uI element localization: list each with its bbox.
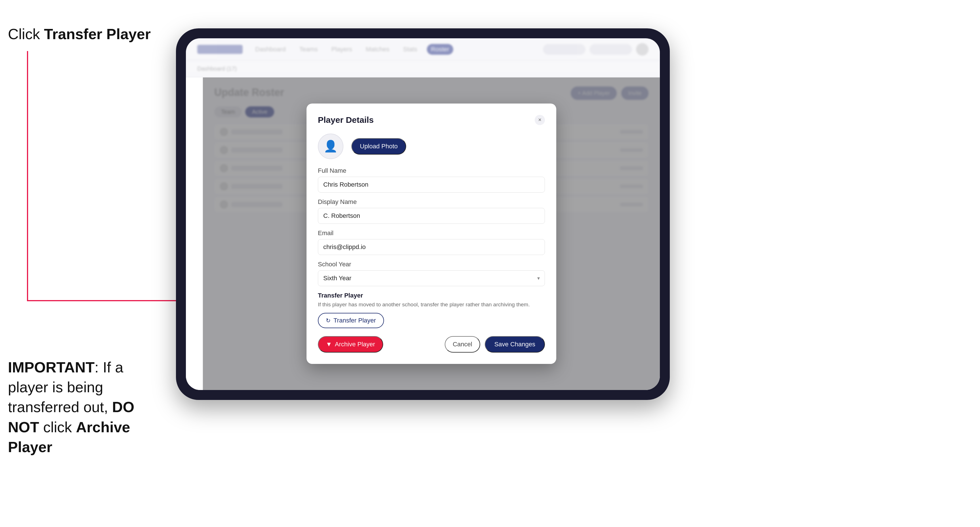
header-btn-2 — [589, 44, 632, 55]
instruction-bold: Transfer Player — [44, 26, 151, 42]
avatar-placeholder: 👤 — [318, 133, 344, 159]
school-year-select[interactable]: First Year Second Year Third Year Fourth… — [318, 270, 545, 286]
transfer-player-button[interactable]: ↻ Transfer Player — [318, 313, 384, 328]
tablet-device: Dashboard Teams Players Matches Stats Ro… — [176, 29, 670, 400]
school-year-select-wrapper: First Year Second Year Third Year Fourth… — [318, 270, 545, 286]
close-icon: × — [538, 117, 541, 123]
email-group: Email — [318, 229, 545, 255]
nav-dashboard: Dashboard — [251, 44, 290, 55]
archive-player-button[interactable]: ▼ Archive Player — [318, 336, 383, 352]
app-main: Update Roster Team Active — [203, 78, 660, 390]
photo-row: 👤 Upload Photo — [318, 133, 545, 159]
transfer-btn-label: Transfer Player — [334, 317, 376, 324]
app-logo — [197, 45, 243, 54]
transfer-section-title: Transfer Player — [318, 292, 545, 299]
save-changes-button[interactable]: Save Changes — [485, 336, 545, 352]
nav-roster: Roster — [427, 44, 453, 55]
email-label: Email — [318, 229, 545, 237]
nav-teams: Teams — [296, 44, 322, 55]
instruction-text-2: click — [39, 419, 76, 435]
app-sidebar — [186, 78, 203, 390]
app-body: Update Roster Team Active — [186, 78, 660, 390]
transfer-icon: ↻ — [326, 317, 331, 324]
email-input[interactable] — [318, 239, 545, 255]
modal-close-button[interactable]: × — [535, 115, 545, 125]
transfer-player-section: Transfer Player If this player has moved… — [318, 292, 545, 329]
player-details-modal: Player Details × 👤 Upload Photo — [307, 103, 556, 364]
nav-stats: Stats — [399, 44, 421, 55]
display-name-input[interactable] — [318, 208, 545, 224]
breadcrumb: Dashboard (17) — [197, 65, 237, 72]
user-avatar — [636, 43, 649, 56]
modal-footer: ▼ Archive Player Cancel Save Changes — [318, 336, 545, 352]
app-subheader: Dashboard (17) — [186, 60, 660, 78]
display-name-label: Display Name — [318, 198, 545, 206]
nav-players: Players — [327, 44, 356, 55]
school-year-group: School Year First Year Second Year Third… — [318, 261, 545, 286]
display-name-group: Display Name — [318, 198, 545, 224]
cancel-button[interactable]: Cancel — [445, 336, 480, 352]
instruction-bottom: IMPORTANT: If a player is being transfer… — [8, 357, 161, 457]
app-nav: Dashboard Teams Players Matches Stats Ro… — [251, 44, 535, 55]
nav-matches: Matches — [362, 44, 393, 55]
instruction-prefix: Click — [8, 26, 44, 42]
important-label: IMPORTANT — [8, 359, 94, 376]
full-name-label: Full Name — [318, 167, 545, 175]
instruction-top: Click Transfer Player — [8, 25, 151, 43]
archive-icon: ▼ — [326, 341, 332, 348]
upload-photo-button[interactable]: Upload Photo — [352, 138, 406, 155]
app-header: Dashboard Teams Players Matches Stats Ro… — [186, 38, 660, 60]
header-btn-1 — [543, 44, 585, 55]
tablet-screen: Dashboard Teams Players Matches Stats Ro… — [186, 38, 660, 390]
modal-header: Player Details × — [318, 115, 545, 125]
transfer-section-description: If this player has moved to another scho… — [318, 301, 545, 309]
person-icon: 👤 — [323, 140, 338, 153]
header-right — [543, 43, 649, 56]
annotation-vertical-line — [27, 51, 28, 301]
modal-overlay: Player Details × 👤 Upload Photo — [203, 78, 660, 390]
school-year-label: School Year — [318, 261, 545, 268]
archive-label: Archive Player — [335, 341, 375, 348]
full-name-input[interactable] — [318, 177, 545, 193]
modal-title: Player Details — [318, 115, 374, 125]
full-name-group: Full Name — [318, 167, 545, 193]
